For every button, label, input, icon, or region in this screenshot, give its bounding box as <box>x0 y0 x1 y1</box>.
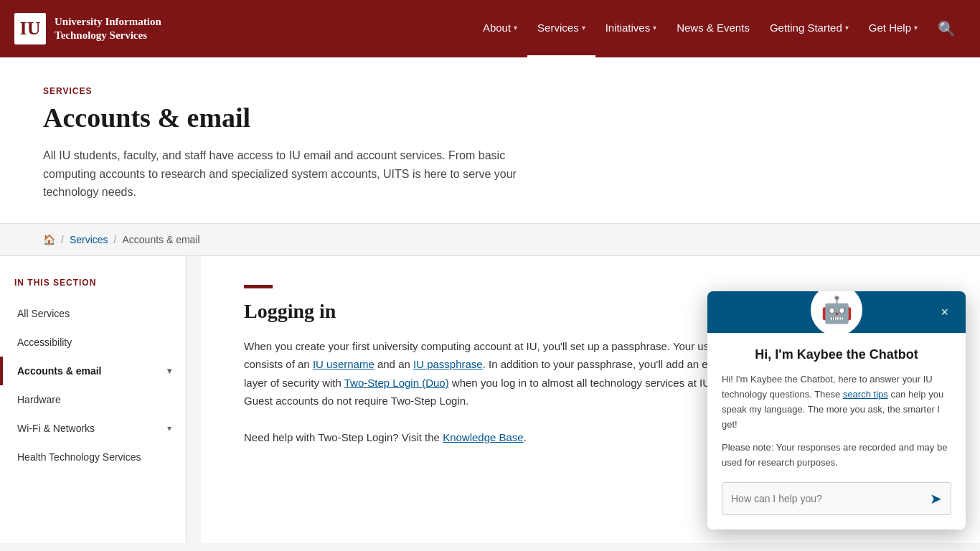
sidebar-item-all-services[interactable]: All Services <box>0 299 186 328</box>
nav-item-services[interactable]: Services ▾ <box>527 0 595 57</box>
breadcrumb-services-link[interactable]: Services <box>70 234 108 245</box>
sidebar-item-accessibility[interactable]: Accessibility <box>0 328 186 357</box>
chatbot-close-button[interactable]: × <box>935 303 954 321</box>
article-accent-bar <box>244 285 273 288</box>
send-icon: ➤ <box>930 490 942 507</box>
breadcrumb-current: Accounts & email <box>122 234 199 245</box>
page-hero: SERVICES Accounts & email All IU student… <box>0 57 980 224</box>
breadcrumb: 🏠 / Services / Accounts & email <box>0 224 980 256</box>
nav-item-about[interactable]: About ▾ <box>473 0 527 57</box>
sidebar-section-label: IN THIS SECTION <box>0 278 186 299</box>
site-header: IU University Information Technology Ser… <box>0 0 980 57</box>
chevron-down-icon: ▾ <box>167 366 171 376</box>
chatbot-note-text: Please note: Your responses are recorded… <box>722 441 951 471</box>
page-category-label: SERVICES <box>43 86 937 96</box>
chatbot-send-button[interactable]: ➤ <box>921 483 951 514</box>
search-icon: 🔍 <box>938 20 956 37</box>
chevron-down-icon: ▾ <box>514 24 517 32</box>
two-step-login-link[interactable]: Two-Step Login (Duo) <box>344 377 449 389</box>
chevron-down-icon: ▾ <box>582 24 585 32</box>
chevron-down-icon: ▾ <box>914 24 918 32</box>
nav-item-news-events[interactable]: News & Events <box>666 0 760 57</box>
iu-logo-mark: IU <box>14 13 46 44</box>
sidebar-item-hardware[interactable]: Hardware <box>0 385 186 414</box>
nav-item-initiatives[interactable]: Initiatives ▾ <box>595 0 667 57</box>
page-title: Accounts & email <box>43 102 937 133</box>
iu-username-link[interactable]: IU username <box>313 358 374 370</box>
site-title: University Information Technology Servic… <box>55 15 161 43</box>
chatbot-header: 🤖 × <box>707 291 966 333</box>
knowledge-base-link[interactable]: Knowledge Base <box>443 431 524 443</box>
chatbot-input-row: ➤ <box>722 482 951 515</box>
chevron-down-icon: ▾ <box>167 423 171 433</box>
search-button[interactable]: 🔍 <box>928 0 966 57</box>
sidebar-item-wifi-networks[interactable]: Wi-Fi & Networks ▾ <box>0 414 186 443</box>
breadcrumb-separator: / <box>114 234 117 245</box>
chatbot-avatar: 🤖 <box>811 291 862 336</box>
nav-item-get-help[interactable]: Get Help ▾ <box>859 0 928 57</box>
sidebar-item-accounts-email[interactable]: Accounts & email ▾ <box>0 357 186 385</box>
page-description: All IU students, faculty, and staff have… <box>43 146 545 202</box>
chatbot-input[interactable] <box>722 486 921 512</box>
breadcrumb-separator: / <box>61 234 64 245</box>
chevron-down-icon: ▾ <box>653 24 656 32</box>
chevron-down-icon: ▾ <box>845 24 849 32</box>
breadcrumb-home-link[interactable]: 🏠 <box>43 234 55 245</box>
sidebar: IN THIS SECTION All Services Accessibili… <box>0 256 187 543</box>
iu-passphrase-link[interactable]: IU passphrase <box>413 358 483 370</box>
chatbot-panel: 🤖 × Hi, I'm Kaybee the Chatbot Hi! I'm K… <box>707 291 966 529</box>
site-logo[interactable]: IU University Information Technology Ser… <box>14 13 161 44</box>
chatbot-greeting-title: Hi, I'm Kaybee the Chatbot <box>722 347 951 362</box>
main-nav: About ▾ Services ▾ Initiatives ▾ News & … <box>473 0 966 57</box>
article-body: When you create your first university co… <box>244 337 746 447</box>
chatbot-body: Hi, I'm Kaybee the Chatbot Hi! I'm Kaybe… <box>707 333 966 529</box>
nav-item-getting-started[interactable]: Getting Started ▾ <box>760 0 859 57</box>
chatbot-robot-icon: 🤖 <box>821 295 853 325</box>
sidebar-item-health-technology[interactable]: Health Technology Services <box>0 443 186 471</box>
search-tips-link[interactable]: search tips <box>843 389 888 400</box>
chatbot-greeting-text-1: Hi! I'm Kaybee the Chatbot, here to answ… <box>722 372 951 432</box>
